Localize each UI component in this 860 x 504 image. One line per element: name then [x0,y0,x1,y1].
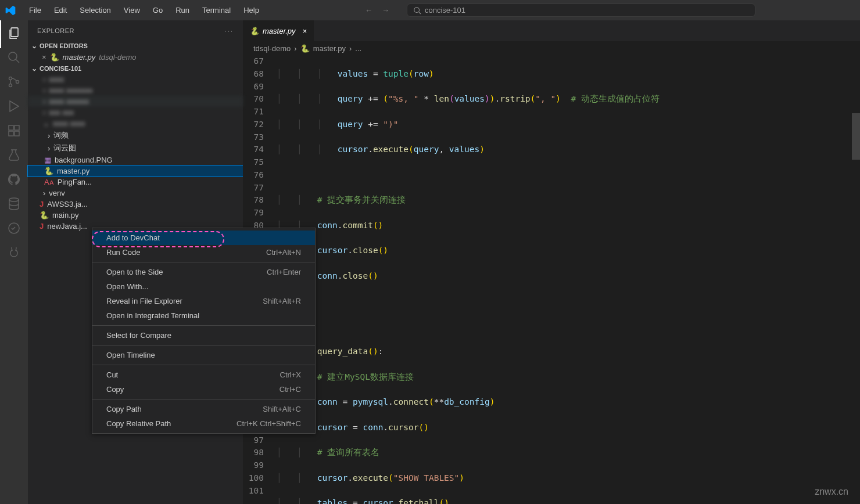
font-icon: Aᴀ [44,178,54,186]
vscode-icon [5,5,16,16]
folder-item[interactable]: ›xxxx [28,74,243,85]
svg-point-3 [9,52,17,60]
ctx-run-code[interactable]: Run CodeCtrl+Alt+N [92,245,315,260]
chevron-right-icon: › [48,131,50,140]
python-icon: 🐍 [300,44,310,53]
folder-ciyun[interactable]: ›词云图 [28,142,243,154]
chevron-right-icon: › [294,44,296,53]
search-text: concise-101 [425,6,465,15]
explorer-icon[interactable] [7,26,21,40]
explorer-title: EXPLORER [37,27,74,34]
ctx-copy[interactable]: CopyCtrl+C [92,382,315,397]
rabbit-icon[interactable] [7,246,21,260]
java-icon: J [40,200,44,208]
svg-line-4 [16,59,19,63]
activity-bar [0,20,28,504]
github-icon[interactable] [7,172,21,186]
menu-edit[interactable]: Edit [48,3,73,17]
folder-item[interactable]: ›xxx xxx [28,107,243,118]
menu-terminal[interactable]: Terminal [196,3,236,17]
run-debug-icon[interactable] [7,99,21,113]
chevron-right-icon: › [48,144,50,153]
open-editors-label: OPEN EDITORS [40,42,88,49]
title-bar: File Edit Selection View Go Run Terminal… [0,0,860,20]
ctx-add-devchat[interactable]: Add to DevChat [92,231,315,245]
open-editors-header[interactable]: ⌄ OPEN EDITORS [28,41,243,51]
ctx-open-term[interactable]: Open in Integrated Terminal [92,308,315,323]
menu-run[interactable]: Run [170,3,195,17]
menu-selection[interactable]: Selection [74,3,116,17]
chevron-down-icon: ⌄ [31,64,37,73]
svg-rect-10 [15,131,19,136]
svg-point-12 [9,198,19,201]
breadcrumb-file[interactable]: master.py [313,44,346,53]
code-editor[interactable]: 6768697071727374757677787980818283848586… [243,55,860,504]
ctx-open-with[interactable]: Open With... [92,279,315,294]
search-activity-icon[interactable] [7,51,21,64]
watermark: znwx.cn [815,487,848,497]
folder-item[interactable]: ›xxxx xxxxxx [28,96,243,107]
python-icon: 🐍 [40,211,49,219]
menu-file[interactable]: File [23,3,47,17]
folder-venv[interactable]: ›venv [28,188,243,199]
source-control-icon[interactable] [7,75,21,89]
ctx-copy-path[interactable]: Copy PathShift+Alt+C [92,402,315,416]
open-editor-item[interactable]: × 🐍 master.py tdsql-demo [28,51,243,63]
chevron-down-icon: ⌄ [31,42,37,50]
command-center[interactable]: concise-101 [407,3,755,17]
svg-rect-8 [9,125,13,130]
folder-cipin[interactable]: ›词频 [28,129,243,142]
svg-point-5 [9,77,12,80]
scrollbar-thumb[interactable] [852,113,860,160]
file-pingfan[interactable]: AᴀPingFan... [28,177,243,188]
file-master[interactable]: 🐍master.py [28,165,243,177]
chevron-right-icon: › [349,44,352,53]
folder-item[interactable]: ›xxxx xxxxxxx [28,85,243,96]
nav-back-icon[interactable]: ← [365,6,372,15]
ctx-open-side[interactable]: Open to the SideCtrl+Enter [92,265,315,279]
breadcrumb[interactable]: tdsql-demo › 🐍 master.py › ... [243,41,860,55]
devchat-icon[interactable] [7,221,21,235]
code-content[interactable]: │ │ │ values = tuple(row) │ │ │ query +=… [277,55,860,504]
svg-rect-11 [15,125,19,130]
context-menu: Add to DevChat Run CodeCtrl+Alt+N Open t… [92,228,316,434]
workspace-name: CONCISE-101 [40,65,81,72]
python-icon: 🐍 [44,167,53,175]
menu-view[interactable]: View [118,3,146,17]
ctx-cut[interactable]: CutCtrl+X [92,368,315,382]
file-background[interactable]: ▦background.PNG [28,154,243,165]
folder-item[interactable]: ⌄xxxx xxxx [28,118,243,129]
ctx-open-timeline[interactable]: Open Timeline [92,348,315,362]
image-icon: ▦ [44,156,51,164]
svg-line-1 [419,12,421,14]
svg-point-7 [16,81,19,84]
nav-forward-icon[interactable]: → [382,6,389,15]
more-icon[interactable]: ··· [225,27,234,34]
svg-rect-2 [11,28,18,37]
open-editor-folder: tdsql-demo [99,53,136,62]
ctx-select-compare[interactable]: Select for Compare [92,328,315,343]
close-icon[interactable]: × [303,27,307,35]
main-menu: File Edit Selection View Go Run Terminal… [23,3,265,17]
breadcrumb-more[interactable]: ... [355,44,361,53]
tab-bar: 🐍 master.py × [243,20,860,41]
ctx-reveal[interactable]: Reveal in File ExplorerShift+Alt+R [92,294,315,308]
database-icon[interactable] [7,197,21,211]
nav-arrows: ← → [365,6,395,15]
close-icon[interactable]: × [42,53,46,62]
extensions-icon[interactable] [7,124,21,138]
python-icon: 🐍 [50,53,59,62]
tab-master[interactable]: 🐍 master.py × [243,20,314,41]
svg-point-0 [414,7,420,12]
breadcrumb-folder[interactable]: tdsql-demo [253,44,291,53]
python-icon: 🐍 [250,27,259,35]
ctx-copy-rel-path[interactable]: Copy Relative PathCtrl+K Ctrl+Shift+C [92,416,315,431]
workspace-header[interactable]: ⌄ CONCISE-101 [28,63,243,74]
menu-go[interactable]: Go [147,3,169,17]
editor-area: 🐍 master.py × tdsql-demo › 🐍 master.py ›… [243,20,860,504]
tab-label: master.py [263,27,296,35]
testing-icon[interactable] [7,148,21,162]
menu-help[interactable]: Help [238,3,265,17]
file-mainpy[interactable]: 🐍main.py [28,210,243,221]
file-awss3[interactable]: JAWSS3.ja... [28,199,243,210]
